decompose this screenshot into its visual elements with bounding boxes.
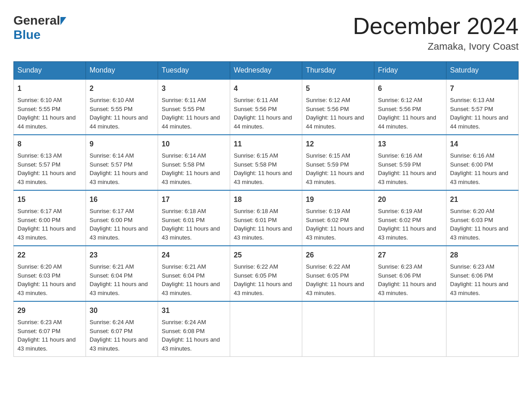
page-title: December 2024	[353, 13, 519, 39]
calendar-cell	[446, 301, 519, 357]
calendar-cell: 22Sunrise: 6:20 AMSunset: 6:03 PMDayligh…	[14, 246, 86, 301]
sunrise-label: Sunrise: 6:20 AM	[450, 208, 494, 214]
calendar-cell: 3Sunrise: 6:11 AMSunset: 5:55 PMDaylight…	[158, 79, 230, 135]
daylight-label: Daylight: 11 hours and 43 minutes.	[162, 225, 220, 241]
daylight-label: Daylight: 11 hours and 43 minutes.	[90, 336, 148, 352]
sunrise-label: Sunrise: 6:10 AM	[17, 97, 62, 103]
calendar-week-row: 8Sunrise: 6:13 AMSunset: 5:57 PMDaylight…	[14, 135, 519, 190]
daylight-label: Daylight: 11 hours and 43 minutes.	[450, 225, 508, 241]
sunrise-label: Sunrise: 6:18 AM	[162, 208, 206, 214]
sunset-label: Sunset: 6:04 PM	[90, 272, 133, 279]
sunrise-label: Sunrise: 6:23 AM	[378, 263, 422, 270]
calendar-cell: 15Sunrise: 6:17 AMSunset: 6:00 PMDayligh…	[14, 190, 86, 246]
calendar-cell: 5Sunrise: 6:12 AMSunset: 5:56 PMDaylight…	[302, 79, 374, 135]
calendar-cell: 2Sunrise: 6:10 AMSunset: 5:55 PMDaylight…	[86, 79, 158, 135]
daylight-label: Daylight: 11 hours and 43 minutes.	[306, 281, 364, 296]
daylight-label: Daylight: 11 hours and 43 minutes.	[17, 336, 76, 352]
day-number: 3	[162, 83, 226, 94]
daylight-label: Daylight: 11 hours and 43 minutes.	[450, 170, 508, 185]
sunset-label: Sunset: 6:08 PM	[162, 328, 205, 334]
calendar-cell: 24Sunrise: 6:21 AMSunset: 6:04 PMDayligh…	[158, 246, 230, 301]
calendar-day-header: Tuesday	[158, 62, 230, 80]
sunrise-label: Sunrise: 6:22 AM	[306, 263, 350, 270]
sunset-label: Sunset: 6:07 PM	[17, 328, 60, 334]
day-number: 12	[306, 139, 370, 150]
daylight-label: Daylight: 11 hours and 43 minutes.	[17, 281, 76, 296]
page-header: General Blue December 2024 Zamaka, Ivory…	[13, 13, 519, 52]
day-number: 8	[17, 139, 82, 150]
day-number: 10	[162, 139, 226, 150]
day-number: 7	[450, 83, 515, 94]
daylight-label: Daylight: 11 hours and 43 minutes.	[378, 170, 436, 185]
sunset-label: Sunset: 6:01 PM	[234, 217, 277, 223]
day-number: 30	[90, 305, 154, 316]
daylight-label: Daylight: 11 hours and 43 minutes.	[90, 281, 148, 296]
daylight-label: Daylight: 11 hours and 43 minutes.	[306, 170, 364, 185]
daylight-label: Daylight: 11 hours and 43 minutes.	[450, 281, 508, 296]
day-number: 2	[90, 83, 154, 94]
calendar-cell: 26Sunrise: 6:22 AMSunset: 6:05 PMDayligh…	[302, 246, 374, 301]
sunrise-label: Sunrise: 6:14 AM	[162, 152, 206, 159]
sunset-label: Sunset: 5:55 PM	[90, 106, 133, 112]
calendar-cell: 29Sunrise: 6:23 AMSunset: 6:07 PMDayligh…	[14, 301, 86, 357]
sunset-label: Sunset: 5:55 PM	[162, 106, 205, 112]
sunrise-label: Sunrise: 6:14 AM	[90, 152, 134, 159]
calendar-day-header: Monday	[86, 62, 158, 80]
daylight-label: Daylight: 11 hours and 43 minutes.	[234, 170, 292, 185]
daylight-label: Daylight: 11 hours and 43 minutes.	[378, 281, 436, 296]
calendar-cell: 14Sunrise: 6:16 AMSunset: 6:00 PMDayligh…	[446, 135, 519, 190]
day-number: 4	[234, 83, 298, 94]
sunrise-label: Sunrise: 6:12 AM	[306, 97, 350, 103]
calendar-cell	[374, 301, 446, 357]
logo-general-text: General	[13, 13, 60, 28]
daylight-label: Daylight: 11 hours and 44 minutes.	[378, 114, 436, 130]
day-number: 24	[162, 250, 226, 261]
title-section: December 2024 Zamaka, Ivory Coast	[353, 13, 519, 52]
logo: General Blue	[13, 13, 66, 42]
sunrise-label: Sunrise: 6:24 AM	[90, 319, 134, 325]
day-number: 22	[17, 250, 82, 261]
sunrise-label: Sunrise: 6:17 AM	[90, 208, 134, 214]
sunrise-label: Sunrise: 6:22 AM	[234, 263, 278, 270]
calendar-cell: 7Sunrise: 6:13 AMSunset: 5:57 PMDaylight…	[446, 79, 519, 135]
sunset-label: Sunset: 5:58 PM	[234, 161, 277, 168]
day-number: 23	[90, 250, 154, 261]
sunset-label: Sunset: 5:57 PM	[450, 106, 493, 112]
calendar-cell: 20Sunrise: 6:19 AMSunset: 6:02 PMDayligh…	[374, 190, 446, 246]
sunset-label: Sunset: 6:07 PM	[90, 328, 133, 334]
calendar-cell	[230, 301, 302, 357]
sunrise-label: Sunrise: 6:12 AM	[378, 97, 422, 103]
daylight-label: Daylight: 11 hours and 43 minutes.	[378, 225, 436, 241]
sunset-label: Sunset: 6:03 PM	[17, 272, 60, 279]
sunset-label: Sunset: 5:56 PM	[306, 106, 349, 112]
sunset-label: Sunset: 6:00 PM	[90, 217, 133, 223]
logo-blue-text: Blue	[13, 28, 41, 42]
calendar-day-header: Saturday	[446, 62, 519, 80]
sunset-label: Sunset: 6:00 PM	[17, 217, 60, 223]
sunset-label: Sunset: 5:59 PM	[378, 161, 421, 168]
calendar-cell: 4Sunrise: 6:11 AMSunset: 5:56 PMDaylight…	[230, 79, 302, 135]
logo-triangle-icon	[60, 17, 66, 25]
sunset-label: Sunset: 5:59 PM	[306, 161, 349, 168]
calendar-day-header: Wednesday	[230, 62, 302, 80]
sunrise-label: Sunrise: 6:15 AM	[234, 152, 278, 159]
day-number: 1	[17, 83, 82, 94]
sunrise-label: Sunrise: 6:13 AM	[450, 97, 494, 103]
calendar-cell	[302, 301, 374, 357]
sunset-label: Sunset: 5:56 PM	[378, 106, 421, 112]
sunset-label: Sunset: 6:01 PM	[162, 217, 205, 223]
calendar-cell: 27Sunrise: 6:23 AMSunset: 6:06 PMDayligh…	[374, 246, 446, 301]
day-number: 25	[234, 250, 298, 261]
sunset-label: Sunset: 6:00 PM	[450, 161, 493, 168]
day-number: 21	[450, 194, 515, 205]
calendar-cell: 25Sunrise: 6:22 AMSunset: 6:05 PMDayligh…	[230, 246, 302, 301]
sunrise-label: Sunrise: 6:19 AM	[378, 208, 422, 214]
daylight-label: Daylight: 11 hours and 43 minutes.	[162, 336, 220, 352]
sunrise-label: Sunrise: 6:23 AM	[450, 263, 494, 270]
calendar-day-header: Thursday	[302, 62, 374, 80]
sunset-label: Sunset: 5:57 PM	[17, 161, 60, 168]
sunset-label: Sunset: 5:58 PM	[162, 161, 205, 168]
calendar-day-header: Sunday	[14, 62, 86, 80]
calendar-cell: 30Sunrise: 6:24 AMSunset: 6:07 PMDayligh…	[86, 301, 158, 357]
day-number: 13	[378, 139, 442, 150]
